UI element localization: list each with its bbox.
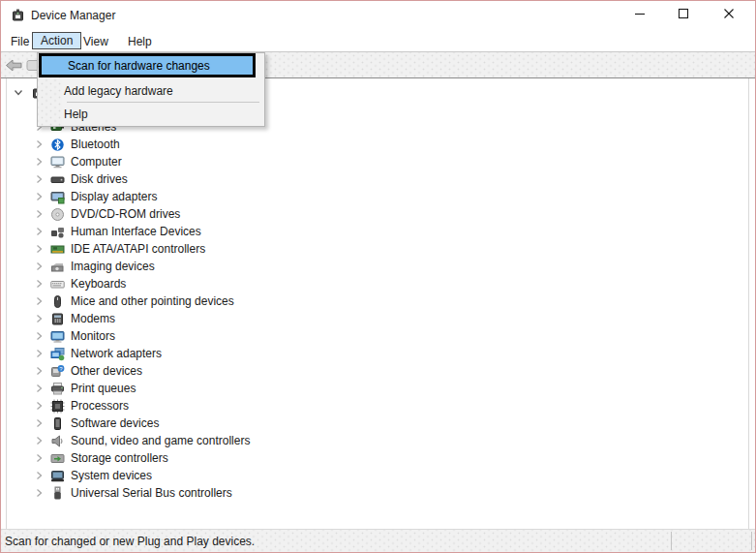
tree-item-label: Mice and other pointing devices	[71, 294, 234, 308]
tree-item-label: Print queues	[71, 382, 136, 395]
software-device-icon	[50, 416, 65, 431]
tree-item-label: Network adapters	[71, 347, 162, 360]
dvd-icon	[50, 207, 65, 222]
tree-item-label: Imaging devices	[71, 260, 155, 273]
hid-icon	[50, 225, 65, 239]
tree-item-label: IDE ATA/ATAPI controllers	[71, 242, 205, 256]
chevron-right-icon[interactable]	[33, 278, 45, 290]
tree-row-sound-controllers[interactable]: Sound, video and game controllers	[7, 432, 748, 449]
chevron-right-icon[interactable]	[33, 417, 45, 429]
device-manager-icon	[11, 8, 25, 22]
tree-item-label: Storage controllers	[71, 451, 168, 465]
tree-item-label: Computer	[71, 155, 122, 169]
tree-row-computer[interactable]: Computer	[7, 153, 748, 170]
tree-row-network-adapters[interactable]: Network adapters	[7, 345, 748, 362]
chevron-right-icon[interactable]	[33, 313, 45, 324]
device-manager-window: { "window": { "title": "Device Manager",…	[0, 0, 756, 553]
tree-row-hid[interactable]: Human Interface Devices	[7, 223, 748, 240]
usb-icon	[50, 486, 65, 501]
close-button[interactable]	[712, 1, 745, 28]
imaging-device-icon	[50, 260, 65, 274]
chevron-right-icon[interactable]	[33, 435, 45, 446]
title-bar: Device Manager	[1, 1, 755, 28]
display-adapter-icon	[50, 190, 65, 204]
chevron-right-icon[interactable]	[33, 243, 45, 255]
bluetooth-icon	[50, 138, 65, 152]
tree-item-label: Sound, video and game controllers	[71, 434, 250, 447]
tree-item-label: Disk drives	[71, 172, 128, 186]
tree-row-ide-controllers[interactable]: IDE ATA/ATAPI controllers	[7, 240, 748, 258]
menu-action[interactable]: Action	[32, 32, 81, 49]
tree-row-disk-drives[interactable]: Disk drives	[7, 170, 748, 188]
chevron-right-icon[interactable]	[33, 452, 45, 464]
tree-row-imaging-devices[interactable]: Imaging devices	[7, 258, 748, 275]
menu-help[interactable]: Help	[123, 33, 157, 49]
back-arrow-icon[interactable]	[5, 58, 23, 76]
system-device-icon	[50, 469, 65, 483]
keyboard-icon	[50, 277, 65, 292]
computer-icon	[50, 155, 65, 169]
tree-row-dvd-drives[interactable]: DVD/CD-ROM drives	[7, 205, 748, 223]
menu-file[interactable]: File	[6, 33, 34, 49]
chevron-right-icon[interactable]	[33, 400, 45, 412]
minimize-button[interactable]	[623, 1, 656, 28]
maximize-icon	[678, 8, 689, 22]
tree-item-label: Other devices	[71, 364, 142, 378]
maximize-button[interactable]	[667, 1, 700, 28]
tree-row-print-queues[interactable]: Print queues	[7, 380, 748, 397]
tree-row-monitors[interactable]: Monitors	[7, 327, 748, 345]
tree-row-usb-controllers[interactable]: Universal Serial Bus controllers	[7, 484, 748, 502]
menu-item-scan-for-hardware-changes[interactable]: Scan for hardware changes	[39, 53, 256, 77]
tree-row-processors[interactable]: Processors	[7, 397, 748, 415]
network-adapter-icon	[50, 347, 65, 361]
tree-item-label: Universal Serial Bus controllers	[71, 486, 232, 500]
tree-item-label: Modems	[71, 312, 115, 325]
tree-item-label: Bluetooth	[71, 138, 120, 151]
chevron-right-icon[interactable]	[33, 138, 45, 150]
chevron-right-icon[interactable]	[33, 470, 45, 481]
tree-row-modems[interactable]: Modems	[7, 310, 748, 327]
status-separator	[751, 532, 752, 550]
tree-row-other-devices[interactable]: ? Other devices	[7, 362, 748, 380]
status-bar: Scan for changed or new Plug and Play de…	[1, 529, 755, 552]
tree-row-software-devices[interactable]: Software devices	[7, 415, 748, 432]
chevron-right-icon[interactable]	[33, 226, 45, 237]
chevron-right-icon[interactable]	[33, 348, 45, 359]
menu-item-add-legacy-hardware[interactable]: Add legacy hardware	[39, 81, 261, 101]
mouse-icon	[50, 294, 65, 309]
tree-row-mice[interactable]: Mice and other pointing devices	[7, 292, 748, 310]
chevron-right-icon[interactable]	[33, 191, 45, 202]
chevron-right-icon[interactable]	[33, 295, 45, 307]
menu-separator	[67, 102, 259, 103]
processor-icon	[50, 399, 65, 414]
tree-item-label: System devices	[71, 469, 152, 482]
chevron-right-icon[interactable]	[33, 487, 45, 499]
disk-drive-icon	[50, 172, 65, 187]
menu-view[interactable]: View	[78, 33, 113, 49]
menu-item-help[interactable]: Help	[39, 105, 261, 124]
tree-row-storage-controllers[interactable]: Storage controllers	[7, 449, 748, 467]
tree-item-label: Keyboards	[71, 277, 126, 291]
tree-item-label: DVD/CD-ROM drives	[71, 207, 180, 221]
chevron-right-icon[interactable]	[33, 208, 45, 220]
chevron-right-icon[interactable]	[33, 173, 45, 185]
tree-row-keyboards[interactable]: Keyboards	[7, 275, 748, 292]
status-text: Scan for changed or new Plug and Play de…	[5, 535, 255, 548]
chevron-right-icon[interactable]	[33, 330, 45, 342]
action-dropdown-menu: Scan for hardware changes Add legacy har…	[37, 52, 265, 127]
minimize-icon	[634, 8, 646, 22]
other-device-icon: ?	[50, 364, 65, 379]
tree-row-bluetooth[interactable]: Bluetooth	[7, 136, 748, 153]
printer-icon	[50, 382, 65, 396]
chevron-right-icon[interactable]	[33, 365, 45, 377]
chevron-right-icon[interactable]	[33, 383, 45, 394]
chevron-right-icon[interactable]	[33, 261, 45, 272]
tree-row-display-adapters[interactable]: Display adapters	[7, 188, 748, 205]
close-icon	[723, 8, 735, 22]
chevron-right-icon[interactable]	[33, 156, 45, 168]
tree-item-label: Monitors	[71, 329, 115, 343]
tree-row-system-devices[interactable]: System devices	[7, 467, 748, 484]
monitor-icon	[50, 329, 65, 344]
storage-controller-icon	[50, 451, 65, 466]
chevron-down-icon[interactable]	[13, 86, 24, 98]
